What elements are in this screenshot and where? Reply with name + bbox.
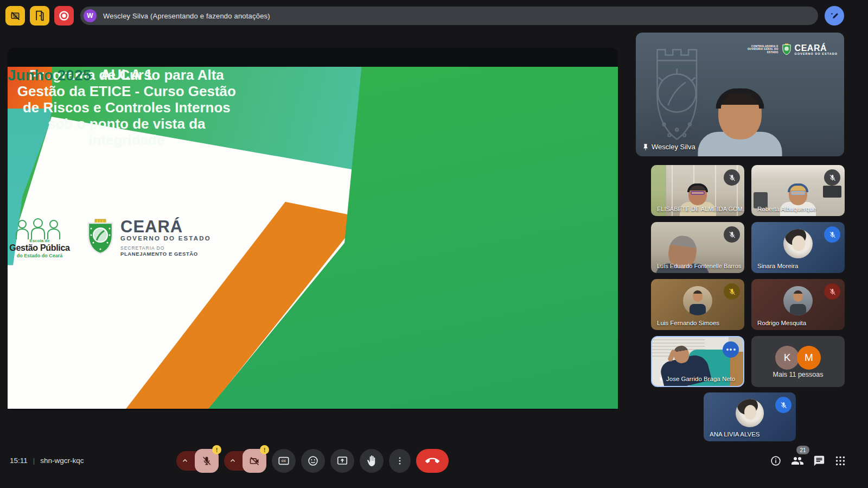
participant-tile-luis-fernando[interactable]: Luis Fernando Simoes: [651, 279, 744, 330]
screen-capture-blocked-app-icon[interactable]: [5, 6, 25, 26]
mic-muted-badge: [724, 169, 740, 186]
annotation-tool-button[interactable]: [825, 6, 844, 26]
mic-muted-badge: [824, 169, 840, 186]
pinned-participant-tile[interactable]: CONTROLADORIA E OUVIDORIA GERAL DO ESTAD…: [636, 33, 844, 156]
participant-avatar: [736, 399, 764, 427]
apps-grid-icon: [834, 455, 846, 467]
mic-muted-badge: [824, 283, 840, 300]
participant-name: Luis Fernando Simoes: [657, 320, 719, 326]
presenter-status-pill: W Wescley Silva (Apresentando e fazendo …: [80, 7, 818, 25]
mic-muted-badge: [724, 283, 740, 300]
shared-slide: Escola de Gestão Pública do Estado do Ce…: [8, 67, 618, 409]
avatar-k: K: [775, 346, 799, 370]
participant-tile-sinara[interactable]: Sinara Moreira: [751, 222, 845, 273]
participant-name: Sinara Moreira: [757, 263, 798, 269]
raise-hand-icon: [366, 455, 377, 466]
pin-icon: [642, 143, 649, 151]
chat-panel-button[interactable]: [813, 455, 825, 467]
captions-icon: CC: [278, 455, 290, 467]
participant-name: Roberta Albuquerque: [757, 206, 816, 212]
presenter-label: Wescley Silva (Apresentando e fazendo an…: [103, 12, 270, 20]
raise-hand-button[interactable]: [360, 449, 384, 473]
participant-tile-luis-eduardo[interactable]: Luís Eduardo Fontenelle Barros: [651, 222, 744, 273]
participant-avatar: [683, 286, 712, 315]
mic-off-icon: [201, 455, 212, 466]
meeting-panels: 21: [770, 454, 846, 467]
participant-tile-elisabete[interactable]: ELISABETE DE ALMEIDA GOM...: [651, 165, 744, 216]
participant-name: Wescley Silva: [642, 143, 695, 151]
participant-tile-jose-garrido[interactable]: Jose Garrido Braga Neto: [651, 336, 744, 387]
keyboard-slash-icon: [10, 10, 21, 21]
participant-name: ANA LIVIA ALVES: [710, 431, 760, 438]
participant-count-badge: 21: [796, 446, 809, 454]
mic-muted-badge: [724, 226, 740, 243]
people-icon: [791, 454, 804, 467]
participant-tile-rodrigo[interactable]: Rodrigo Mesquita: [751, 279, 845, 330]
overflow-avatars: K M: [775, 346, 821, 370]
pinned-participant-video: [692, 86, 789, 156]
call-end-icon: [425, 454, 439, 468]
tile-overlay-logo: CONTROLADORIA E OUVIDORIA GERAL DO ESTAD…: [744, 43, 838, 55]
recording-app-icon[interactable]: [54, 6, 74, 26]
google-meet-window: { "topbar": { "apps": ["screen-capture-b…: [0, 0, 868, 488]
emoji-smile-icon: [307, 455, 319, 467]
camera-off-icon: [249, 455, 260, 466]
camera-off-button[interactable]: !: [242, 449, 266, 473]
reactions-button[interactable]: [301, 449, 325, 473]
mic-warning-badge: !: [212, 445, 221, 454]
participant-tile-roberta[interactable]: Roberta Albuquerque: [751, 165, 845, 216]
overlay-org-text: CONTROLADORIA E OUVIDORIA GERAL DO ESTAD…: [744, 45, 778, 54]
people-panel-button[interactable]: 21: [791, 454, 804, 467]
overlay-brand-block: CEARÁ GOVERNO DO ESTADO: [795, 44, 838, 55]
participant-name: ELISABETE DE ALMEIDA GOM...: [657, 206, 744, 212]
info-panel-button[interactable]: [770, 455, 782, 467]
captions-button[interactable]: CC: [272, 449, 296, 473]
overlay-brand-sub: GOVERNO DO ESTADO: [795, 52, 838, 55]
overlay-brand: CEARÁ: [795, 44, 838, 52]
door-exit-app-icon[interactable]: [30, 6, 49, 26]
chevron-up-icon: [181, 457, 189, 465]
present-screen-icon: [336, 455, 348, 467]
overflow-participants-tile[interactable]: K M Mais 11 pessoas: [751, 336, 845, 387]
camera-control-group: !: [224, 449, 266, 473]
slide-date: Junho 2025: [8, 67, 618, 409]
participant-tile-ana-livia[interactable]: ANA LIVIA ALVES: [704, 392, 796, 441]
overlay-shield-icon: [782, 43, 792, 55]
participant-name: Rodrigo Mesquita: [757, 320, 806, 326]
participant-name: Jose Garrido Braga Neto: [658, 376, 735, 382]
mic-control-group: !: [176, 449, 219, 473]
mic-muted-badge: [775, 397, 792, 413]
call-controls: ! ! CC: [0, 449, 625, 473]
chat-icon: [813, 455, 825, 467]
svg-text:CC: CC: [282, 459, 286, 462]
background-monitor: [823, 186, 841, 198]
participant-avatar: [783, 229, 813, 258]
activities-button[interactable]: [834, 455, 846, 467]
magic-pen-icon: [829, 10, 840, 21]
mic-off-inline-icon: [658, 376, 664, 382]
more-options-button[interactable]: [389, 449, 411, 473]
info-icon: [770, 455, 782, 467]
participant-name: Luís Eduardo Fontenelle Barros: [657, 263, 741, 269]
present-screen-button[interactable]: [330, 449, 354, 473]
mic-muted-badge: [824, 226, 840, 243]
chevron-up-icon: [229, 457, 237, 465]
overflow-label: Mais 11 pessoas: [751, 371, 845, 378]
door-icon: [35, 10, 44, 21]
camera-warning-badge: !: [260, 445, 269, 454]
mic-mute-button[interactable]: !: [195, 449, 219, 473]
participant-avatar: [783, 286, 813, 315]
record-icon: [58, 10, 70, 22]
more-vertical-icon: [395, 456, 405, 466]
avatar-m: M: [797, 346, 821, 370]
tile-more-options-button[interactable]: [723, 341, 739, 358]
presenter-avatar: W: [84, 9, 97, 22]
end-call-button[interactable]: [416, 449, 449, 473]
